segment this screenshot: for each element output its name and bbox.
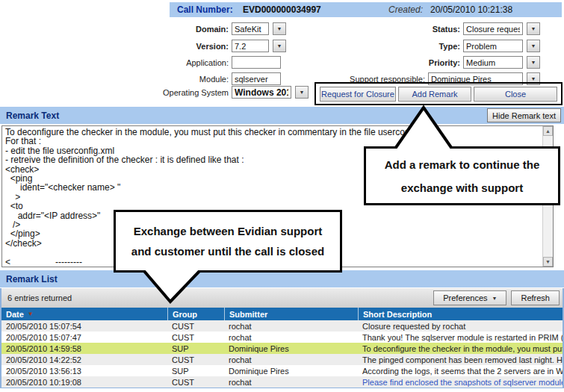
- table-row[interactable]: 20/05/2010 13:56:13 SUP Dominique Pires …: [1, 365, 563, 376]
- column-header-group[interactable]: Group: [167, 308, 224, 320]
- field-module: Module:: [166, 72, 281, 86]
- column-header-short-description[interactable]: Short Description: [358, 308, 563, 320]
- cell-submitter: rochat: [224, 322, 358, 331]
- application-label: Application:: [166, 58, 232, 67]
- application-input[interactable]: [232, 56, 281, 69]
- column-header-date-label: Date: [6, 310, 24, 319]
- callout-arrow-up-icon: [392, 105, 455, 149]
- cell-group: SUP: [167, 344, 224, 353]
- module-input[interactable]: [232, 72, 281, 85]
- type-dropdown-button[interactable]: ▼: [527, 40, 540, 52]
- field-priority: Priority: ▼: [340, 55, 540, 69]
- call-header-bar: Call Number: EVD000000034997 Created: 20…: [170, 2, 562, 17]
- callout-arrow-down-icon: [140, 270, 203, 305]
- table-row[interactable]: 20/05/2010 15:07:54 CUST rochat Closure …: [1, 320, 563, 332]
- call-number-value: EVD000000034997: [243, 4, 321, 15]
- cell-description: To deconfigure the checker in the module…: [358, 344, 563, 353]
- preferences-button-label: Preferences: [443, 293, 487, 302]
- table-row[interactable]: 20/05/2010 15:07:47 CUST rochat Thank yo…: [1, 332, 563, 343]
- status-dropdown-button[interactable]: ▼: [527, 22, 540, 35]
- table-row[interactable]: 20/05/2010 10:19:08 CUST rochat Please f…: [1, 376, 563, 388]
- cell-submitter: Dominique Pires: [224, 367, 358, 376]
- priority-input[interactable]: [463, 56, 523, 69]
- type-label: Type:: [340, 42, 463, 51]
- cell-date: 20/05/2010 13:56:13: [1, 367, 167, 376]
- field-operating-system: Operating System ▼: [163, 85, 309, 99]
- cell-group: CUST: [167, 333, 224, 342]
- cell-group: CUST: [167, 355, 224, 364]
- cell-description-link[interactable]: Please find enclosed the snapshots of sq…: [358, 378, 563, 387]
- callout-exchange: Exchange between Evidian support and cus…: [114, 210, 342, 273]
- cell-date: 20/05/2010 14:59:58: [1, 344, 167, 353]
- remark-list-header-row: Date ▼ Group Submitter Short Description: [1, 308, 563, 320]
- column-header-submitter[interactable]: Submitter: [224, 308, 358, 320]
- remark-list-toolbar: 6 entries returned Preferences ▼ Refresh: [1, 288, 563, 308]
- cell-submitter: rochat: [224, 378, 358, 387]
- status-label: Status:: [340, 25, 463, 34]
- version-input[interactable]: [232, 40, 269, 52]
- field-domain: Domain: ▼: [166, 22, 286, 36]
- chevron-down-icon: ▼: [531, 26, 536, 31]
- cell-date: 20/05/2010 15:07:47: [1, 333, 167, 342]
- version-label: Version:: [166, 42, 232, 51]
- operating-system-dropdown-button[interactable]: ▼: [295, 86, 309, 99]
- cell-date: 20/05/2010 15:07:54: [1, 322, 167, 331]
- remark-list-panel: 6 entries returned Preferences ▼ Refresh…: [0, 288, 564, 388]
- cell-submitter: Dominique Pires: [224, 344, 358, 353]
- remark-text-section-bar: Remark Text Hide Remark text: [0, 107, 564, 124]
- created-value: 20/05/2010 10:21:38: [430, 4, 512, 15]
- chevron-down-icon: ▼: [531, 60, 536, 65]
- domain-input[interactable]: [232, 22, 269, 35]
- sort-desc-icon: ▼: [28, 311, 34, 317]
- operating-system-input[interactable]: [232, 86, 291, 99]
- close-button[interactable]: Close: [474, 87, 557, 102]
- version-dropdown-button[interactable]: ▼: [273, 40, 286, 52]
- domain-dropdown-button[interactable]: ▼: [273, 22, 286, 35]
- cell-description: Thank you! The sqlserver module is resta…: [358, 333, 563, 342]
- hide-remark-text-button[interactable]: Hide Remark text: [487, 108, 561, 122]
- table-row[interactable]: 20/05/2010 14:22:52 CUST rochat The ping…: [1, 354, 563, 365]
- chevron-down-icon: ▼: [531, 43, 536, 49]
- chevron-down-icon: ▼: [277, 26, 282, 31]
- call-number-label: Call Number:: [177, 4, 233, 15]
- field-type: Type: ▼: [340, 39, 540, 53]
- field-version: Version: ▼: [166, 39, 286, 53]
- preferences-button[interactable]: Preferences ▼: [433, 290, 506, 305]
- cell-date: 20/05/2010 10:19:08: [1, 378, 167, 387]
- cell-description: The pinged component has been removed la…: [358, 355, 563, 364]
- priority-dropdown-button[interactable]: ▼: [527, 56, 540, 69]
- cell-group: CUST: [167, 322, 224, 331]
- scroll-down-button[interactable]: ▼: [543, 257, 553, 267]
- chevron-down-icon: ▼: [531, 76, 536, 81]
- refresh-button[interactable]: Refresh: [511, 290, 560, 305]
- field-application: Application:: [166, 55, 281, 69]
- scroll-up-icon: ▲: [545, 128, 551, 134]
- domain-label: Domain:: [166, 25, 232, 34]
- cell-group: SUP: [167, 367, 224, 376]
- remark-text-title: Remark Text: [6, 111, 59, 121]
- callout-add-remark: Add a remark to continue the exchange wi…: [364, 146, 560, 205]
- status-input[interactable]: [463, 22, 523, 35]
- cell-submitter: rochat: [224, 355, 358, 364]
- cell-description: According the logs, it seems that the 2 …: [358, 367, 563, 376]
- column-header-date[interactable]: Date ▼: [1, 308, 167, 320]
- scroll-down-icon: ▼: [545, 259, 551, 264]
- chevron-down-icon: ▼: [277, 43, 282, 49]
- cell-group: CUST: [167, 378, 224, 387]
- operating-system-label: Operating System: [163, 88, 232, 97]
- remark-list-section-bar: Remark List: [0, 270, 564, 287]
- request-for-closure-button[interactable]: Request for Closure: [320, 87, 396, 102]
- module-label: Module:: [166, 75, 232, 84]
- created-label: Created:: [388, 4, 423, 15]
- chevron-down-icon: ▼: [300, 90, 305, 95]
- cell-submitter: rochat: [224, 333, 358, 342]
- menu-arrow-icon: ▼: [492, 296, 498, 301]
- scroll-up-button[interactable]: ▲: [543, 126, 553, 136]
- table-row-selected[interactable]: 20/05/2010 14:59:58 SUP Dominique Pires …: [1, 343, 563, 354]
- cell-date: 20/05/2010 14:22:52: [1, 355, 167, 364]
- field-status: Status: ▼: [340, 22, 540, 36]
- refresh-button-label: Refresh: [521, 293, 550, 302]
- action-buttons-annotation-frame: Request for Closure Add Remark Close: [314, 82, 563, 105]
- add-remark-button[interactable]: Add Remark: [398, 87, 471, 102]
- type-input[interactable]: [463, 40, 523, 52]
